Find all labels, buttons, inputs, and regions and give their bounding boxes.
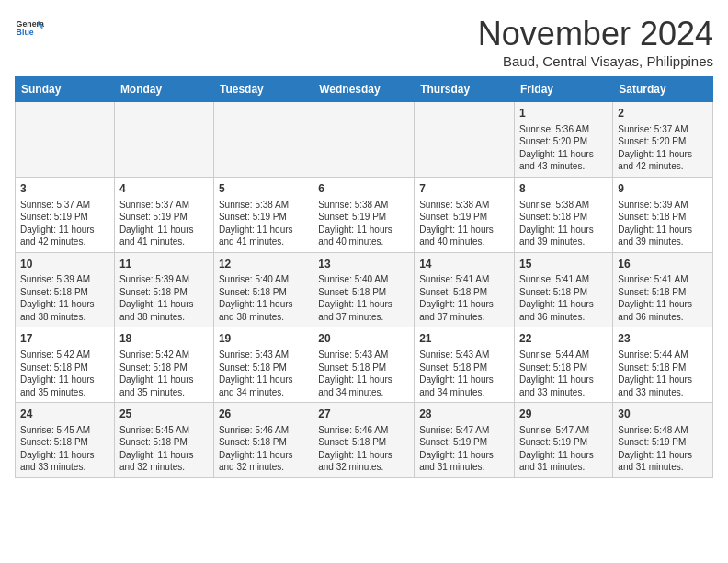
calendar-header-row: SundayMondayTuesdayWednesdayThursdayFrid…: [16, 77, 713, 102]
day-number: 18: [119, 331, 209, 347]
calendar-cell: 11Sunrise: 5:39 AM Sunset: 5:18 PM Dayli…: [114, 252, 213, 327]
calendar-table: SundayMondayTuesdayWednesdayThursdayFrid…: [15, 76, 713, 478]
day-number: 10: [20, 257, 109, 272]
calendar-cell: 29Sunrise: 5:47 AM Sunset: 5:19 PM Dayli…: [515, 403, 613, 478]
day-info: Sunrise: 5:38 AM Sunset: 5:19 PM Dayligh…: [318, 199, 409, 248]
day-number: 23: [618, 331, 708, 347]
day-number: 17: [20, 331, 109, 347]
day-info: Sunrise: 5:38 AM Sunset: 5:18 PM Dayligh…: [519, 199, 608, 248]
day-info: Sunrise: 5:46 AM Sunset: 5:18 PM Dayligh…: [318, 424, 409, 474]
calendar-cell: 3Sunrise: 5:37 AM Sunset: 5:19 PM Daylig…: [16, 177, 115, 252]
day-number: 1: [519, 106, 608, 121]
calendar-cell: 9Sunrise: 5:39 AM Sunset: 5:18 PM Daylig…: [613, 177, 713, 252]
day-number: 6: [318, 181, 409, 197]
calendar-cell: 23Sunrise: 5:44 AM Sunset: 5:18 PM Dayli…: [613, 327, 713, 403]
calendar-cell: 2Sunrise: 5:37 AM Sunset: 5:20 PM Daylig…: [613, 102, 713, 178]
day-info: Sunrise: 5:46 AM Sunset: 5:18 PM Dayligh…: [219, 424, 308, 474]
day-info: Sunrise: 5:42 AM Sunset: 5:18 PM Dayligh…: [119, 349, 209, 398]
calendar-cell: 8Sunrise: 5:38 AM Sunset: 5:18 PM Daylig…: [515, 177, 613, 252]
calendar-cell: 4Sunrise: 5:37 AM Sunset: 5:19 PM Daylig…: [114, 177, 213, 252]
day-info: Sunrise: 5:44 AM Sunset: 5:18 PM Dayligh…: [618, 349, 708, 398]
day-number: 29: [519, 407, 608, 422]
day-info: Sunrise: 5:38 AM Sunset: 5:19 PM Dayligh…: [219, 199, 308, 248]
calendar-cell: 17Sunrise: 5:42 AM Sunset: 5:18 PM Dayli…: [16, 327, 115, 403]
calendar-week-row: 24Sunrise: 5:45 AM Sunset: 5:18 PM Dayli…: [16, 403, 713, 478]
day-of-week-header-monday: Monday: [114, 77, 213, 102]
calendar-cell: 7Sunrise: 5:38 AM Sunset: 5:19 PM Daylig…: [415, 177, 515, 252]
day-number: 13: [318, 257, 409, 272]
day-info: Sunrise: 5:47 AM Sunset: 5:19 PM Dayligh…: [519, 424, 608, 474]
calendar-cell: 6Sunrise: 5:38 AM Sunset: 5:19 PM Daylig…: [313, 177, 415, 252]
calendar-cell: [16, 102, 115, 178]
month-year-title: November 2024: [478, 15, 713, 53]
day-info: Sunrise: 5:39 AM Sunset: 5:18 PM Dayligh…: [20, 273, 109, 323]
day-info: Sunrise: 5:43 AM Sunset: 5:18 PM Dayligh…: [318, 349, 409, 398]
svg-text:Blue: Blue: [17, 28, 34, 37]
title-block: November 2024 Baud, Central Visayas, Phi…: [478, 15, 713, 69]
day-number: 14: [419, 257, 509, 272]
day-info: Sunrise: 5:37 AM Sunset: 5:20 PM Dayligh…: [618, 123, 708, 173]
day-number: 3: [20, 181, 109, 197]
day-info: Sunrise: 5:48 AM Sunset: 5:19 PM Dayligh…: [618, 424, 708, 474]
day-number: 12: [219, 257, 308, 272]
page-header: General Blue November 2024 Baud, Central…: [15, 15, 713, 69]
day-info: Sunrise: 5:37 AM Sunset: 5:19 PM Dayligh…: [119, 199, 209, 248]
calendar-cell: 26Sunrise: 5:46 AM Sunset: 5:18 PM Dayli…: [213, 403, 313, 478]
day-number: 20: [318, 331, 409, 347]
calendar-cell: 16Sunrise: 5:41 AM Sunset: 5:18 PM Dayli…: [613, 252, 713, 327]
day-info: Sunrise: 5:44 AM Sunset: 5:18 PM Dayligh…: [519, 349, 608, 398]
calendar-cell: 13Sunrise: 5:40 AM Sunset: 5:18 PM Dayli…: [313, 252, 415, 327]
day-of-week-header-saturday: Saturday: [613, 77, 713, 102]
calendar-cell: 28Sunrise: 5:47 AM Sunset: 5:19 PM Dayli…: [415, 403, 515, 478]
day-number: 11: [119, 257, 209, 272]
day-info: Sunrise: 5:40 AM Sunset: 5:18 PM Dayligh…: [219, 273, 308, 323]
calendar-cell: 15Sunrise: 5:41 AM Sunset: 5:18 PM Dayli…: [515, 252, 613, 327]
day-number: 24: [20, 407, 109, 422]
day-info: Sunrise: 5:47 AM Sunset: 5:19 PM Dayligh…: [419, 424, 509, 474]
day-info: Sunrise: 5:45 AM Sunset: 5:18 PM Dayligh…: [20, 424, 109, 474]
calendar-cell: 19Sunrise: 5:43 AM Sunset: 5:18 PM Dayli…: [213, 327, 313, 403]
calendar-cell: 20Sunrise: 5:43 AM Sunset: 5:18 PM Dayli…: [313, 327, 415, 403]
calendar-cell: 24Sunrise: 5:45 AM Sunset: 5:18 PM Dayli…: [16, 403, 115, 478]
calendar-cell: 12Sunrise: 5:40 AM Sunset: 5:18 PM Dayli…: [213, 252, 313, 327]
location-subtitle: Baud, Central Visayas, Philippines: [478, 53, 713, 69]
day-info: Sunrise: 5:37 AM Sunset: 5:19 PM Dayligh…: [20, 199, 109, 248]
day-of-week-header-thursday: Thursday: [415, 77, 515, 102]
day-of-week-header-friday: Friday: [515, 77, 613, 102]
day-info: Sunrise: 5:41 AM Sunset: 5:18 PM Dayligh…: [519, 273, 608, 323]
day-info: Sunrise: 5:41 AM Sunset: 5:18 PM Dayligh…: [419, 273, 509, 323]
day-of-week-header-sunday: Sunday: [16, 77, 115, 102]
day-number: 4: [119, 181, 209, 197]
day-info: Sunrise: 5:38 AM Sunset: 5:19 PM Dayligh…: [419, 199, 509, 248]
calendar-cell: 5Sunrise: 5:38 AM Sunset: 5:19 PM Daylig…: [213, 177, 313, 252]
day-number: 16: [618, 257, 708, 272]
day-info: Sunrise: 5:43 AM Sunset: 5:18 PM Dayligh…: [419, 349, 509, 398]
day-number: 9: [618, 181, 708, 197]
logo: General Blue: [15, 15, 44, 44]
calendar-cell: [114, 102, 213, 178]
day-number: 26: [219, 407, 308, 422]
calendar-week-row: 3Sunrise: 5:37 AM Sunset: 5:19 PM Daylig…: [16, 177, 713, 252]
day-number: 30: [618, 407, 708, 422]
calendar-cell: 22Sunrise: 5:44 AM Sunset: 5:18 PM Dayli…: [515, 327, 613, 403]
day-number: 2: [618, 106, 708, 121]
calendar-cell: 10Sunrise: 5:39 AM Sunset: 5:18 PM Dayli…: [16, 252, 115, 327]
day-info: Sunrise: 5:36 AM Sunset: 5:20 PM Dayligh…: [519, 123, 608, 173]
day-info: Sunrise: 5:39 AM Sunset: 5:18 PM Dayligh…: [119, 273, 209, 323]
calendar-week-row: 1Sunrise: 5:36 AM Sunset: 5:20 PM Daylig…: [16, 102, 713, 178]
day-of-week-header-wednesday: Wednesday: [313, 77, 415, 102]
day-number: 21: [419, 331, 509, 347]
day-number: 22: [519, 331, 608, 347]
day-info: Sunrise: 5:43 AM Sunset: 5:18 PM Dayligh…: [219, 349, 308, 398]
day-info: Sunrise: 5:42 AM Sunset: 5:18 PM Dayligh…: [20, 349, 109, 398]
calendar-cell: 21Sunrise: 5:43 AM Sunset: 5:18 PM Dayli…: [415, 327, 515, 403]
calendar-week-row: 17Sunrise: 5:42 AM Sunset: 5:18 PM Dayli…: [16, 327, 713, 403]
day-number: 27: [318, 407, 409, 422]
day-of-week-header-tuesday: Tuesday: [213, 77, 313, 102]
day-info: Sunrise: 5:39 AM Sunset: 5:18 PM Dayligh…: [618, 199, 708, 248]
day-number: 15: [519, 257, 608, 272]
calendar-cell: 30Sunrise: 5:48 AM Sunset: 5:19 PM Dayli…: [613, 403, 713, 478]
day-info: Sunrise: 5:40 AM Sunset: 5:18 PM Dayligh…: [318, 273, 409, 323]
logo-icon: General Blue: [15, 15, 44, 44]
day-number: 7: [419, 181, 509, 197]
